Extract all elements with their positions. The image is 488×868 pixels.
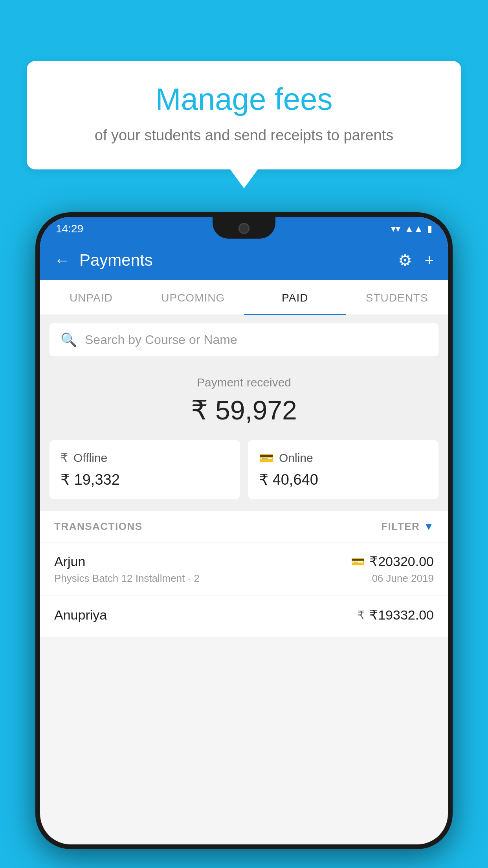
status-icons: ▾▾ ▲▲ ▮ bbox=[391, 223, 432, 234]
app-bar: ← Payments ⚙ + bbox=[40, 241, 448, 280]
transaction-row-bottom: Physics Batch 12 Installment - 2 06 June… bbox=[54, 572, 434, 585]
search-input[interactable]: Search by Course or Name bbox=[85, 333, 237, 347]
speech-bubble: Manage fees of your students and send re… bbox=[27, 61, 461, 169]
phone-frame: 14:29 ▾▾ ▲▲ ▮ ← Payments ⚙ + UNPAID UPCO… bbox=[35, 212, 453, 849]
transaction-item-anupriya[interactable]: Anupriya ₹ ₹19332.00 bbox=[40, 596, 448, 637]
payment-summary: Payment received ₹ 59,972 bbox=[40, 364, 448, 440]
status-time: 14:29 bbox=[56, 223, 83, 235]
transaction-item-arjun[interactable]: Arjun 💳 ₹20320.00 Physics Batch 12 Insta… bbox=[40, 542, 448, 596]
battery-icon: ▮ bbox=[427, 223, 432, 234]
speech-bubble-container: Manage fees of your students and send re… bbox=[27, 61, 461, 169]
camera bbox=[238, 223, 250, 234]
online-card-header: 💳 Online bbox=[259, 451, 427, 465]
search-bar[interactable]: 🔍 Search by Course or Name bbox=[50, 323, 438, 356]
transaction-row-top: Arjun 💳 ₹20320.00 bbox=[54, 554, 434, 569]
transaction-amount-2: ₹19332.00 bbox=[369, 607, 434, 623]
tab-paid[interactable]: PAID bbox=[244, 280, 346, 314]
payment-cards: ₹ Offline ₹ 19,332 💳 Online ₹ 40,640 bbox=[40, 440, 448, 511]
transaction-row-top-2: Anupriya ₹ ₹19332.00 bbox=[54, 607, 434, 623]
cash-icon: ₹ bbox=[61, 451, 68, 465]
offline-label: Offline bbox=[73, 451, 107, 465]
transaction-amount-container-2: ₹ ₹19332.00 bbox=[358, 607, 434, 623]
transactions-label: TRANSACTIONS bbox=[54, 520, 143, 533]
offline-card: ₹ Offline ₹ 19,332 bbox=[50, 440, 240, 499]
wifi-icon: ▾▾ bbox=[391, 223, 400, 234]
notch bbox=[213, 217, 275, 239]
offline-amount: ₹ 19,332 bbox=[61, 471, 229, 488]
payment-total-amount: ₹ 59,972 bbox=[40, 395, 448, 426]
tab-unpaid[interactable]: UNPAID bbox=[40, 280, 142, 314]
transaction-amount-container: 💳 ₹20320.00 bbox=[351, 554, 434, 569]
transaction-detail: Physics Batch 12 Installment - 2 bbox=[54, 572, 200, 585]
card-payment-icon: 💳 bbox=[351, 555, 365, 568]
app-bar-actions: ⚙ + bbox=[398, 251, 434, 269]
phone-inner: 14:29 ▾▾ ▲▲ ▮ ← Payments ⚙ + UNPAID UPCO… bbox=[40, 217, 448, 844]
transactions-header: TRANSACTIONS FILTER ▼ bbox=[40, 511, 448, 542]
transaction-amount: ₹20320.00 bbox=[369, 554, 434, 569]
signal-icon: ▲▲ bbox=[404, 223, 423, 234]
page-title: Payments bbox=[79, 251, 389, 270]
transaction-name-2: Anupriya bbox=[54, 607, 107, 623]
online-amount: ₹ 40,640 bbox=[259, 471, 427, 488]
filter-button[interactable]: FILTER ▼ bbox=[381, 520, 434, 533]
filter-icon: ▼ bbox=[424, 520, 434, 533]
online-card: 💳 Online ₹ 40,640 bbox=[248, 440, 438, 499]
bubble-title: Manage fees bbox=[50, 83, 438, 116]
search-icon: 🔍 bbox=[61, 332, 77, 348]
bubble-subtitle: of your students and send receipts to pa… bbox=[50, 125, 438, 146]
online-label: Online bbox=[279, 451, 313, 465]
filter-label: FILTER bbox=[381, 520, 420, 533]
payment-received-label: Payment received bbox=[40, 376, 448, 389]
cash-payment-icon: ₹ bbox=[358, 609, 365, 622]
transaction-date: 06 June 2019 bbox=[372, 572, 434, 585]
settings-icon[interactable]: ⚙ bbox=[398, 251, 412, 269]
search-container: 🔍 Search by Course or Name bbox=[40, 315, 448, 364]
tab-students[interactable]: STUDENTS bbox=[346, 280, 448, 314]
back-button[interactable]: ← bbox=[54, 252, 70, 269]
add-icon[interactable]: + bbox=[425, 252, 434, 269]
offline-card-header: ₹ Offline bbox=[61, 451, 229, 465]
tab-upcoming[interactable]: UPCOMING bbox=[142, 280, 244, 314]
card-icon: 💳 bbox=[259, 451, 273, 465]
tabs-container: UNPAID UPCOMING PAID STUDENTS bbox=[40, 280, 448, 315]
transaction-name: Arjun bbox=[54, 554, 85, 569]
